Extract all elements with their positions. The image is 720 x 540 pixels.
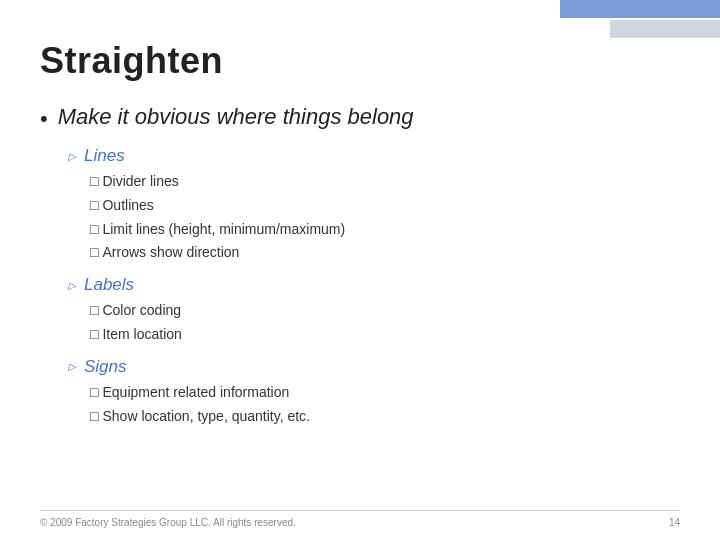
footer-copyright: © 2009 Factory Strategies Group LLC. All… (40, 517, 296, 528)
main-bullet-text: Make it obvious where things belong (58, 104, 414, 130)
item-text: Item location (102, 323, 181, 347)
list-item: □ Outlines (90, 194, 680, 218)
bullet-dot: • (40, 106, 48, 132)
list-item: □ Arrows show direction (90, 241, 680, 265)
checkbox-icon: □ (90, 218, 98, 242)
section-signs-label: Signs (84, 357, 127, 377)
checkbox-icon: □ (90, 299, 98, 323)
item-text: Color coding (102, 299, 181, 323)
section-labels: ▷ Labels □ Color coding □ Item location (68, 275, 680, 347)
checkbox-icon: □ (90, 170, 98, 194)
sections-container: ▷ Lines □ Divider lines □ Outlines □ Lim… (40, 146, 680, 428)
item-text: Equipment related information (102, 381, 289, 405)
main-bullet: • Make it obvious where things belong (40, 104, 680, 132)
item-text: Limit lines (height, minimum/maximum) (102, 218, 345, 242)
section-signs: ▷ Signs □ Equipment related information … (68, 357, 680, 429)
section-lines-items: □ Divider lines □ Outlines □ Limit lines… (90, 170, 680, 265)
section-lines-label: Lines (84, 146, 125, 166)
list-item: □ Divider lines (90, 170, 680, 194)
section-labels-header: ▷ Labels (68, 275, 680, 295)
triangle-icon: ▷ (68, 280, 76, 291)
list-item: □ Show location, type, quantity, etc. (90, 405, 680, 429)
list-item: □ Color coding (90, 299, 680, 323)
list-item: □ Equipment related information (90, 381, 680, 405)
triangle-icon: ▷ (68, 361, 76, 372)
triangle-icon: ▷ (68, 151, 76, 162)
section-lines-header: ▷ Lines (68, 146, 680, 166)
section-labels-items: □ Color coding □ Item location (90, 299, 680, 347)
checkbox-icon: □ (90, 405, 98, 429)
section-signs-items: □ Equipment related information □ Show l… (90, 381, 680, 429)
section-labels-label: Labels (84, 275, 134, 295)
deco-block-gray (610, 20, 720, 38)
list-item: □ Item location (90, 323, 680, 347)
item-text: Divider lines (102, 170, 178, 194)
footer: © 2009 Factory Strategies Group LLC. All… (40, 510, 680, 528)
item-text: Outlines (102, 194, 153, 218)
list-item: □ Limit lines (height, minimum/maximum) (90, 218, 680, 242)
page-title: Straighten (40, 40, 680, 82)
checkbox-icon: □ (90, 241, 98, 265)
item-text: Arrows show direction (102, 241, 239, 265)
checkbox-icon: □ (90, 194, 98, 218)
deco-block-blue (560, 0, 720, 18)
decoration-top-right (560, 0, 720, 38)
slide: Straighten • Make it obvious where thing… (0, 0, 720, 540)
checkbox-icon: □ (90, 323, 98, 347)
footer-page-number: 14 (669, 517, 680, 528)
section-signs-header: ▷ Signs (68, 357, 680, 377)
item-text: Show location, type, quantity, etc. (102, 405, 310, 429)
checkbox-icon: □ (90, 381, 98, 405)
section-lines: ▷ Lines □ Divider lines □ Outlines □ Lim… (68, 146, 680, 265)
